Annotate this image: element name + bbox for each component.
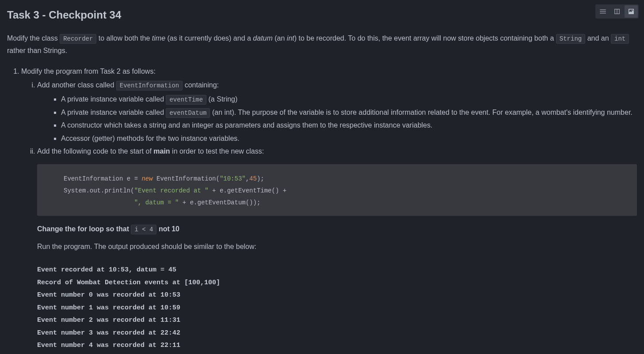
image-icon — [627, 8, 635, 15]
roman-list: Add another class called EventInformatio… — [21, 79, 637, 354]
split-view-button[interactable] — [610, 5, 624, 18]
code-eventdatum: eventDatum — [166, 108, 210, 118]
list-item: Add the following code to the start of m… — [37, 145, 637, 354]
code-eventinformation: EventInformation — [116, 81, 183, 90]
text: A private instance variable called — [61, 109, 166, 116]
expected-output: Event recorded at 10:53, datum = 45 Reco… — [37, 264, 637, 354]
text: (an int). The purpose of the variable is… — [210, 109, 632, 116]
step-1-label: Modify the program from Task 2 as follow… — [21, 68, 156, 75]
code-string: String — [556, 34, 585, 44]
ordered-list: Modify the program from Task 2 as follow… — [7, 65, 637, 354]
text: Modify the class — [7, 34, 60, 42]
view-toolbar — [595, 4, 639, 19]
list-item: A private instance variable called event… — [61, 106, 637, 119]
text: Change the for loop so that — [37, 225, 131, 233]
list-item: Add another class called EventInformatio… — [37, 79, 637, 144]
text: Add another class called — [37, 81, 116, 89]
code-loop-cond: i < 4 — [131, 225, 156, 234]
list-item: A constructor which takes a string and a… — [61, 119, 637, 131]
text: ) to be recorded. To do this, the event … — [294, 34, 556, 42]
list-item: A private instance variable called event… — [61, 93, 637, 105]
text: in order to test the new class: — [170, 147, 264, 155]
menu-view-button[interactable] — [596, 5, 610, 18]
intro-paragraph: Modify the class Recorder to allow both … — [7, 32, 637, 56]
page-title: Task 3 - Checkpoint 34 — [7, 6, 637, 24]
code-recorder: Recorder — [60, 34, 96, 44]
code-block: EventInformation e = new EventInformatio… — [37, 164, 637, 216]
text: not 10 — [156, 225, 179, 233]
italic-int: int — [287, 34, 294, 42]
run-paragraph: Run the program. The output produced sho… — [37, 241, 637, 252]
sidebar-icon — [613, 8, 621, 15]
change-loop-paragraph: Change the for loop so that i < 4 not 10 — [37, 223, 637, 235]
list-item: Modify the program from Task 2 as follow… — [21, 65, 637, 354]
italic-time: time — [152, 34, 165, 42]
code-eventtime: eventTime — [166, 95, 206, 105]
text: (as it currently does) and a — [165, 34, 253, 42]
text: (an — [273, 34, 287, 42]
text: to allow both the — [96, 34, 152, 42]
bold-main: main — [153, 147, 170, 155]
code-int: int — [611, 34, 629, 44]
image-view-button[interactable] — [625, 5, 638, 18]
text: A private instance variable called — [61, 95, 166, 103]
text: (a String) — [206, 95, 237, 103]
bullet-list: A private instance variable called event… — [37, 93, 637, 144]
list-item: Accessor (getter) methods for the two in… — [61, 132, 637, 144]
text: Add the following code to the start of — [37, 147, 153, 155]
italic-datum: datum — [253, 34, 272, 42]
menu-icon — [599, 8, 607, 15]
text: rather than Strings. — [7, 47, 67, 54]
text: and an — [585, 34, 611, 42]
text: containing: — [183, 81, 219, 89]
code-content: EventInformation e = new EventInformatio… — [64, 175, 286, 206]
